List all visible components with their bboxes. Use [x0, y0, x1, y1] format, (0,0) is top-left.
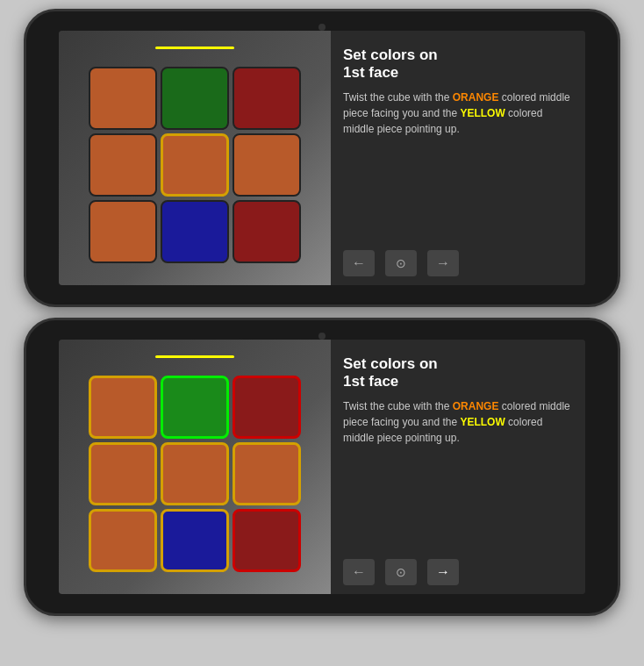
yellow-indicator-line [155, 47, 234, 49]
phone-2-camera-button[interactable]: ⊙ [385, 559, 417, 585]
phone-1-cube-area [59, 31, 331, 285]
phone-2-cube-grid [89, 376, 301, 572]
yellow-text-1: YELLOW [460, 107, 504, 119]
phone-2-info-area: Set colors on 1st face Twist the cube wi… [331, 340, 585, 594]
phone-2-body: Twist the cube with the ORANGE colored m… [343, 398, 573, 446]
cell-r2c3[interactable] [233, 133, 301, 197]
phone-2: Set colors on 1st face Twist the cube wi… [24, 318, 620, 616]
phone-2-screen: Set colors on 1st face Twist the cube wi… [59, 340, 585, 594]
cell-r3c3[interactable] [233, 200, 301, 263]
cell2-r2c1[interactable] [89, 442, 157, 505]
phone-2-forward-button[interactable]: → [427, 559, 459, 585]
phone-1-info-area: Set colors on 1st face Twist the cube wi… [331, 31, 585, 285]
orange-text-2: ORANGE [453, 400, 499, 412]
phone-1-title: Set colors on 1st face [343, 47, 573, 82]
phone-1-nav: ← ⊙ → [343, 250, 573, 276]
phone-1-back-button[interactable]: ← [343, 250, 375, 276]
phone-1: Set colors on 1st face Twist the cube wi… [24, 9, 620, 307]
yellow-indicator-line-2 [155, 355, 234, 358]
cell-r3c1[interactable] [89, 200, 157, 263]
yellow-text-2: YELLOW [460, 416, 504, 428]
cell-r1c3[interactable] [233, 67, 301, 130]
cell2-r1c2[interactable] [161, 376, 229, 439]
cell2-r3c3[interactable] [233, 509, 301, 572]
phone-1-body: Twist the cube with the ORANGE colored m… [343, 90, 573, 137]
cell-r2c2-center[interactable] [161, 133, 229, 197]
cell2-r2c3[interactable] [233, 442, 301, 505]
cell-r1c1[interactable] [89, 67, 157, 130]
phone-1-camera-button[interactable]: ⊙ [385, 250, 417, 276]
phone-1-cube-grid [89, 67, 301, 263]
cell2-r3c1[interactable] [89, 509, 157, 572]
orange-text-1: ORANGE [453, 91, 499, 104]
phone-2-nav: ← ⊙ → [343, 559, 573, 585]
cell-r2c1[interactable] [89, 133, 157, 197]
cell2-r2c2-center[interactable] [161, 442, 229, 505]
cell2-r1c3[interactable] [233, 376, 301, 439]
phone-2-cube-area [59, 340, 331, 594]
phone-2-back-button[interactable]: ← [343, 559, 375, 585]
phone-1-forward-button[interactable]: → [427, 250, 459, 276]
cell-r3c2[interactable] [161, 200, 229, 263]
cell2-r1c1[interactable] [89, 376, 157, 439]
cell-r1c2[interactable] [161, 67, 229, 130]
phone-2-title: Set colors on 1st face [343, 355, 573, 391]
cell2-r3c2[interactable] [161, 509, 229, 572]
phone-1-screen: Set colors on 1st face Twist the cube wi… [59, 31, 585, 285]
